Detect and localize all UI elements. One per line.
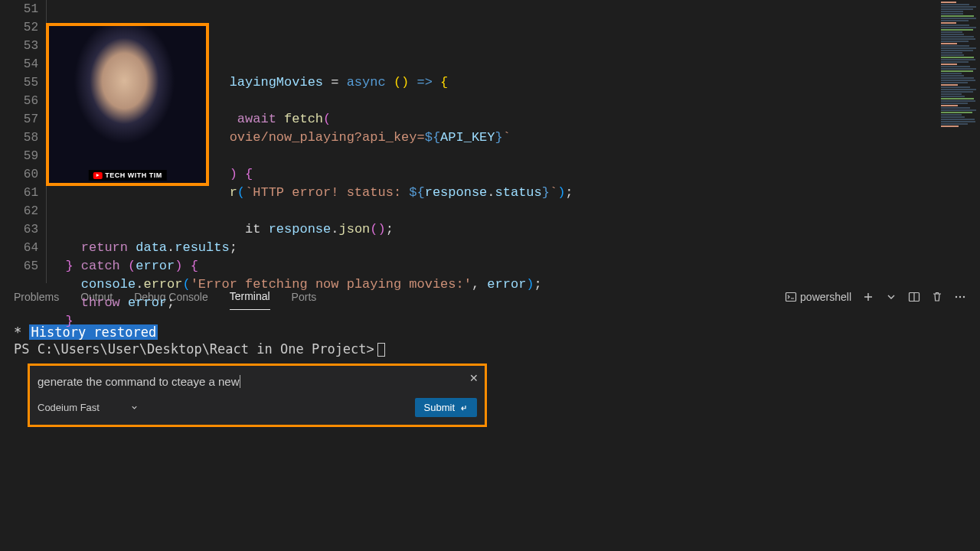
terminal-cursor: [377, 343, 385, 357]
terminal-prompt: PS C:\Users\User\Desktop\React in One Pr…: [14, 341, 374, 357]
ai-input[interactable]: generate the command to cteaye a new: [38, 372, 477, 398]
text-cursor: [240, 375, 241, 388]
code-line[interactable]: console.error('Error fetching now playin…: [50, 276, 980, 294]
line-number: 64: [11, 239, 38, 257]
ai-model-selector[interactable]: Codeium Fast: [38, 399, 139, 416]
code-line[interactable]: r(`HTTP error! status: ${response.status…: [50, 184, 980, 202]
webcam-video-frame: TECH WITH TIM: [49, 26, 206, 183]
ai-submit-button[interactable]: Submit: [415, 398, 477, 417]
code-line[interactable]: }: [50, 312, 980, 331]
line-number: 63: [11, 220, 38, 239]
youtube-icon: [93, 172, 102, 179]
terminal-prompt-line[interactable]: PS C:\Users\User\Desktop\React in One Pr…: [14, 341, 966, 357]
ai-model-label: Codeium Fast: [38, 399, 100, 416]
chevron-down-icon: [130, 403, 139, 412]
ai-command-box: ✕ generate the command to cteaye a new C…: [28, 364, 487, 427]
line-number: 56: [11, 92, 38, 110]
line-number: 53: [11, 37, 38, 55]
webcam-badge-text: TECH WITH TIM: [105, 171, 162, 179]
webcam-overlay: TECH WITH TIM: [46, 23, 209, 186]
submit-label: Submit: [424, 402, 455, 413]
line-number: 58: [11, 129, 38, 147]
webcam-channel-badge: TECH WITH TIM: [88, 170, 167, 181]
line-number: 59: [11, 147, 38, 165]
line-number: 62: [11, 202, 38, 220]
code-line[interactable]: return data.results;: [50, 239, 980, 257]
line-number: 54: [11, 55, 38, 73]
ai-input-text: generate the command to cteaye a new: [38, 375, 240, 388]
line-number: 51: [11, 0, 38, 18]
code-line[interactable]: [50, 202, 980, 220]
line-number: 60: [11, 165, 38, 184]
editor-left-strip: [0, 0, 11, 283]
line-number: 57: [11, 110, 38, 129]
ai-box-close-button[interactable]: ✕: [469, 370, 479, 386]
minimap[interactable]: [938, 0, 980, 283]
line-number-gutter: 515253545556575859606162636465: [11, 0, 46, 283]
line-number: 55: [11, 73, 38, 92]
line-number: 65: [11, 257, 38, 276]
line-number: 61: [11, 184, 38, 202]
code-line[interactable]: throw error;: [50, 294, 980, 312]
code-line[interactable]: } catch (error) {: [50, 257, 980, 276]
line-number: 52: [11, 18, 38, 37]
code-line[interactable]: it response.json();: [50, 220, 980, 239]
enter-key-icon: [459, 403, 468, 412]
history-star: *: [14, 324, 29, 340]
